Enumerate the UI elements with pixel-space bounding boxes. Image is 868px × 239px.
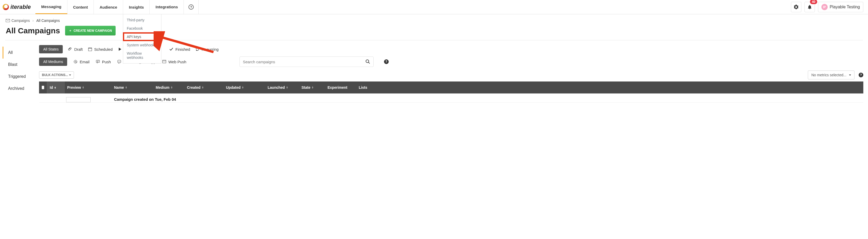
campaigns-table: Id ▲▼ Preview ▲▼ Name ▲▼ Medium ▲▼ Creat… [39,82,863,102]
bulk-actions-button[interactable]: BULK ACTIONS... [39,71,74,79]
mediums-filter-row: All Mediums Email Push SMS In-App Web Pu… [39,57,863,67]
filter-all-states[interactable]: All States [39,45,63,53]
row-checkbox[interactable] [39,97,47,98]
th-checkbox[interactable] [39,86,47,89]
sort-icon: ▲▼ [125,86,127,89]
paperclip-icon [68,47,72,51]
nav-tab-content[interactable]: Content [67,0,94,14]
table-header: Id ▲▼ Preview ▲▼ Name ▲▼ Medium ▲▼ Creat… [39,82,863,93]
th-experiment: Experiment [325,85,356,90]
nav-tab-audience[interactable]: Audience [94,0,123,14]
sidebar-item-all[interactable]: All [3,47,39,59]
svg-rect-17 [162,60,166,63]
page-title: All Campaigns [6,26,60,35]
help-tooltip-icon[interactable]: ? [859,72,863,77]
svg-line-0 [159,36,214,52]
nav-tabs: Messaging Content Audience Insights Inte… [35,0,184,14]
envelope-icon [6,19,10,22]
sort-icon: ▲▼ [311,86,314,89]
th-preview[interactable]: Preview ▲▼ [65,85,112,90]
svg-rect-8 [96,60,99,62]
search-wrap [240,57,374,67]
user-menu[interactable]: IP Playable Testing [818,2,863,12]
preview-thumbnail [66,97,91,102]
bell-icon [807,4,812,10]
th-lists: Lists [356,85,380,90]
breadcrumb-root[interactable]: Campaigns [6,19,30,23]
filter-draft[interactable]: Draft [68,47,83,52]
sort-icon: ▲▼ [82,86,84,89]
caret-down-icon [849,74,851,76]
table-row[interactable]: Campaign created on Tue, Feb 04 [39,93,863,102]
metrics-select[interactable]: No metrics selected... [808,70,855,80]
sort-icon: ▲▼ [170,86,173,89]
svg-point-7 [75,61,76,62]
svg-point-19 [366,60,369,63]
brand-logo[interactable]: iterable [0,0,35,14]
filter-scheduled[interactable]: Scheduled [88,47,113,52]
filter-push[interactable]: Push [96,60,111,64]
svg-point-6 [74,60,77,63]
settings-button[interactable] [791,2,801,12]
sidebar-item-blast[interactable]: Blast [3,59,39,70]
create-campaign-button[interactable]: ＋ CREATE NEW CAMPAIGN [65,26,116,35]
user-name: Playable Testing [830,5,860,9]
brand-name: iterable [10,4,31,10]
sort-icon: ▲▼ [242,86,244,89]
th-state[interactable]: State ▲▼ [299,85,325,90]
sort-icon: ▲▼ [54,86,56,89]
at-icon [73,60,78,64]
play-icon [118,47,122,51]
sms-icon [117,60,121,64]
breadcrumb-current: All Campaigns [36,19,60,23]
svg-line-20 [368,62,370,63]
nav-help[interactable]: ? [184,0,199,14]
th-name[interactable]: Name ▲▼ [112,85,153,90]
caret-down-icon [69,74,71,76]
actions-row: BULK ACTIONS... No metrics selected... ? [39,70,863,80]
nav-tab-insights[interactable]: Insights [123,0,150,14]
notification-badge: 40 [810,0,817,4]
sidebar-item-archived[interactable]: Archived [3,83,39,94]
search-input[interactable] [243,57,366,67]
filter-email[interactable]: Email [73,60,90,64]
sort-icon: ▲▼ [286,86,288,89]
filter-all-mediums[interactable]: All Mediums [39,58,67,66]
th-updated[interactable]: Updated ▲▼ [223,85,265,90]
svg-point-14 [120,61,120,62]
logo-icon [3,4,9,10]
chat-icon [96,60,100,64]
browser-icon [162,60,166,64]
sidebar-item-triggered[interactable]: Triggered [3,70,39,83]
avatar: IP [822,4,828,10]
calendar-icon [88,47,92,51]
svg-rect-2 [88,48,92,51]
help-tooltip-icon[interactable]: ? [384,59,389,64]
svg-point-13 [119,61,120,62]
plus-icon: ＋ [69,28,72,33]
chevron-right-icon: › [33,19,34,23]
nav-tab-integrations[interactable]: Integrations [150,0,184,14]
sidebar: All Blast Triggered Archived [3,45,39,102]
th-id[interactable]: Id ▲▼ [47,82,65,93]
th-launched[interactable]: Launched ▲▼ [265,85,299,90]
notifications-button[interactable]: 40 [804,2,815,12]
gear-icon [793,4,799,10]
top-nav: iterable Messaging Content Audience Insi… [0,0,868,14]
filter-webpush[interactable]: Web Push [162,60,186,64]
th-medium[interactable]: Medium ▲▼ [153,85,184,90]
row-name[interactable]: Campaign created on Tue, Feb 04 [112,97,863,101]
nav-tab-messaging[interactable]: Messaging [35,0,67,14]
nav-right: 40 IP Playable Testing [791,0,868,14]
dropdown-item-third-party[interactable]: Third-party [123,16,161,24]
sort-icon: ▲▼ [202,86,204,89]
annotation-arrow [154,31,216,55]
search-icon[interactable] [366,59,370,64]
svg-point-12 [118,61,119,62]
help-icon: ? [188,4,194,10]
row-preview [65,97,112,102]
th-created[interactable]: Created ▲▼ [184,85,223,90]
